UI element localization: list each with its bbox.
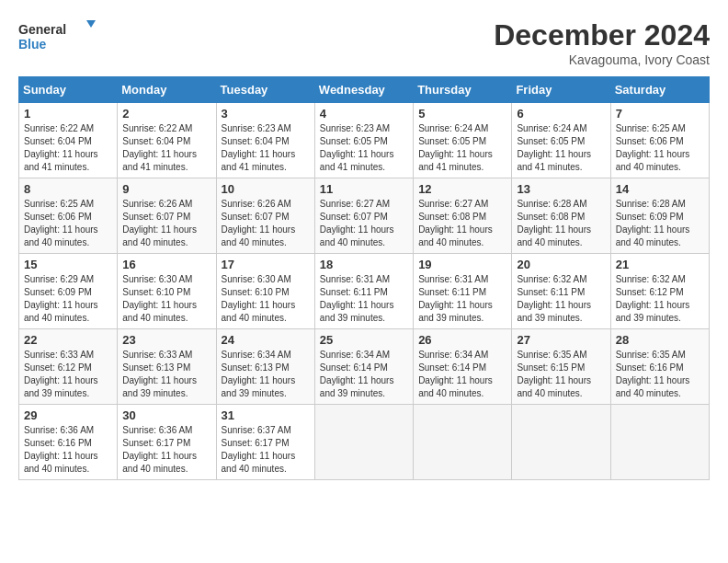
day-cell <box>512 405 610 480</box>
day-info: Sunrise: 6:34 AMSunset: 6:13 PMDaylight:… <box>222 349 310 400</box>
day-number: 27 <box>517 333 605 347</box>
day-info: Sunrise: 6:25 AMSunset: 6:06 PMDaylight:… <box>24 198 112 249</box>
title-section: December 2024 Kavagouma, Ivory Coast <box>494 18 710 67</box>
svg-marker-2 <box>86 20 96 28</box>
day-info: Sunrise: 6:30 AMSunset: 6:10 PMDaylight:… <box>122 273 210 325</box>
week-row-2: 8 Sunrise: 6:25 AMSunset: 6:06 PMDayligh… <box>19 178 710 254</box>
day-cell: 9 Sunrise: 6:26 AMSunset: 6:07 PMDayligh… <box>118 178 216 254</box>
day-number: 5 <box>418 107 506 121</box>
day-number: 15 <box>24 258 112 271</box>
header-wednesday: Wednesday <box>314 77 413 103</box>
day-number: 29 <box>24 408 112 422</box>
day-cell: 5 Sunrise: 6:24 AMSunset: 6:05 PMDayligh… <box>414 103 512 178</box>
day-number: 23 <box>122 333 210 347</box>
day-info: Sunrise: 6:24 AMSunset: 6:05 PMDaylight:… <box>418 122 506 174</box>
day-info: Sunrise: 6:34 AMSunset: 6:14 PMDaylight:… <box>320 349 408 400</box>
day-number: 28 <box>616 333 704 347</box>
header-thursday: Thursday <box>414 77 512 103</box>
day-info: Sunrise: 6:36 AMSunset: 6:17 PMDaylight:… <box>122 424 210 476</box>
day-cell: 2 Sunrise: 6:22 AMSunset: 6:04 PMDayligh… <box>118 103 216 178</box>
header-friday: Friday <box>512 77 610 103</box>
day-info: Sunrise: 6:23 AMSunset: 6:05 PMDaylight:… <box>320 122 408 174</box>
day-cell: 31 Sunrise: 6:37 AMSunset: 6:17 PMDaylig… <box>216 405 314 480</box>
day-cell: 16 Sunrise: 6:30 AMSunset: 6:10 PMDaylig… <box>118 254 216 329</box>
day-info: Sunrise: 6:35 AMSunset: 6:15 PMDaylight:… <box>517 349 605 400</box>
day-cell <box>414 405 512 480</box>
day-info: Sunrise: 6:36 AMSunset: 6:16 PMDaylight:… <box>24 424 112 476</box>
header-sunday: Sunday <box>19 77 118 103</box>
day-number: 7 <box>616 107 704 121</box>
day-number: 22 <box>24 333 112 347</box>
day-cell: 24 Sunrise: 6:34 AMSunset: 6:13 PMDaylig… <box>216 329 314 405</box>
day-number: 30 <box>122 408 210 422</box>
month-title: December 2024 <box>494 18 710 52</box>
day-number: 16 <box>122 258 210 271</box>
day-info: Sunrise: 6:33 AMSunset: 6:12 PMDaylight:… <box>24 349 112 400</box>
day-cell: 28 Sunrise: 6:35 AMSunset: 6:16 PMDaylig… <box>610 329 709 405</box>
day-info: Sunrise: 6:26 AMSunset: 6:07 PMDaylight:… <box>122 198 210 249</box>
logo-svg: General Blue <box>18 18 101 55</box>
header-tuesday: Tuesday <box>216 77 314 103</box>
day-info: Sunrise: 6:35 AMSunset: 6:16 PMDaylight:… <box>616 349 704 400</box>
day-info: Sunrise: 6:27 AMSunset: 6:08 PMDaylight:… <box>418 198 506 249</box>
day-number: 1 <box>24 107 112 121</box>
header-monday: Monday <box>118 77 216 103</box>
day-number: 8 <box>24 182 112 196</box>
page-header: General Blue December 2024 Kavagouma, Iv… <box>18 18 710 67</box>
day-cell: 15 Sunrise: 6:29 AMSunset: 6:09 PMDaylig… <box>19 254 118 329</box>
svg-text:Blue: Blue <box>18 37 47 52</box>
day-number: 14 <box>616 182 704 196</box>
day-number: 24 <box>222 333 310 347</box>
day-cell: 7 Sunrise: 6:25 AMSunset: 6:06 PMDayligh… <box>610 103 709 178</box>
day-cell: 21 Sunrise: 6:32 AMSunset: 6:12 PMDaylig… <box>610 254 709 329</box>
day-number: 3 <box>222 107 310 121</box>
day-info: Sunrise: 6:34 AMSunset: 6:14 PMDaylight:… <box>418 349 506 400</box>
day-number: 18 <box>320 258 408 271</box>
day-cell: 1 Sunrise: 6:22 AMSunset: 6:04 PMDayligh… <box>19 103 118 178</box>
day-info: Sunrise: 6:33 AMSunset: 6:13 PMDaylight:… <box>122 349 210 400</box>
day-info: Sunrise: 6:27 AMSunset: 6:07 PMDaylight:… <box>320 198 408 249</box>
day-info: Sunrise: 6:28 AMSunset: 6:09 PMDaylight:… <box>616 198 704 249</box>
day-cell: 8 Sunrise: 6:25 AMSunset: 6:06 PMDayligh… <box>19 178 118 254</box>
day-cell <box>314 405 413 480</box>
header-saturday: Saturday <box>610 77 709 103</box>
day-info: Sunrise: 6:26 AMSunset: 6:07 PMDaylight:… <box>222 198 310 249</box>
day-info: Sunrise: 6:25 AMSunset: 6:06 PMDaylight:… <box>616 122 704 174</box>
day-cell: 19 Sunrise: 6:31 AMSunset: 6:11 PMDaylig… <box>414 254 512 329</box>
day-number: 11 <box>320 182 408 196</box>
day-info: Sunrise: 6:32 AMSunset: 6:12 PMDaylight:… <box>616 273 704 325</box>
calendar-table: SundayMondayTuesdayWednesdayThursdayFrid… <box>18 76 710 480</box>
day-cell: 3 Sunrise: 6:23 AMSunset: 6:04 PMDayligh… <box>216 103 314 178</box>
day-cell: 6 Sunrise: 6:24 AMSunset: 6:05 PMDayligh… <box>512 103 610 178</box>
day-cell: 20 Sunrise: 6:32 AMSunset: 6:11 PMDaylig… <box>512 254 610 329</box>
day-cell: 14 Sunrise: 6:28 AMSunset: 6:09 PMDaylig… <box>610 178 709 254</box>
day-number: 25 <box>320 333 408 347</box>
day-number: 20 <box>517 258 605 271</box>
week-row-1: 1 Sunrise: 6:22 AMSunset: 6:04 PMDayligh… <box>19 103 710 178</box>
day-number: 9 <box>122 182 210 196</box>
day-info: Sunrise: 6:31 AMSunset: 6:11 PMDaylight:… <box>320 273 408 325</box>
day-number: 12 <box>418 182 506 196</box>
day-number: 13 <box>517 182 605 196</box>
day-number: 10 <box>222 182 310 196</box>
day-info: Sunrise: 6:24 AMSunset: 6:05 PMDaylight:… <box>517 122 605 174</box>
week-row-4: 22 Sunrise: 6:33 AMSunset: 6:12 PMDaylig… <box>19 329 710 405</box>
day-cell: 22 Sunrise: 6:33 AMSunset: 6:12 PMDaylig… <box>19 329 118 405</box>
day-number: 2 <box>122 107 210 121</box>
day-info: Sunrise: 6:28 AMSunset: 6:08 PMDaylight:… <box>517 198 605 249</box>
day-number: 26 <box>418 333 506 347</box>
day-number: 19 <box>418 258 506 271</box>
day-info: Sunrise: 6:37 AMSunset: 6:17 PMDaylight:… <box>222 424 310 476</box>
day-cell: 29 Sunrise: 6:36 AMSunset: 6:16 PMDaylig… <box>19 405 118 480</box>
day-cell <box>610 405 709 480</box>
day-cell: 18 Sunrise: 6:31 AMSunset: 6:11 PMDaylig… <box>314 254 413 329</box>
day-cell: 13 Sunrise: 6:28 AMSunset: 6:08 PMDaylig… <box>512 178 610 254</box>
header-row: SundayMondayTuesdayWednesdayThursdayFrid… <box>19 77 710 103</box>
day-cell: 30 Sunrise: 6:36 AMSunset: 6:17 PMDaylig… <box>118 405 216 480</box>
svg-text:General: General <box>18 22 66 37</box>
location: Kavagouma, Ivory Coast <box>494 52 710 67</box>
day-number: 17 <box>222 258 310 271</box>
day-number: 4 <box>320 107 408 121</box>
day-number: 6 <box>517 107 605 121</box>
day-info: Sunrise: 6:29 AMSunset: 6:09 PMDaylight:… <box>24 273 112 325</box>
